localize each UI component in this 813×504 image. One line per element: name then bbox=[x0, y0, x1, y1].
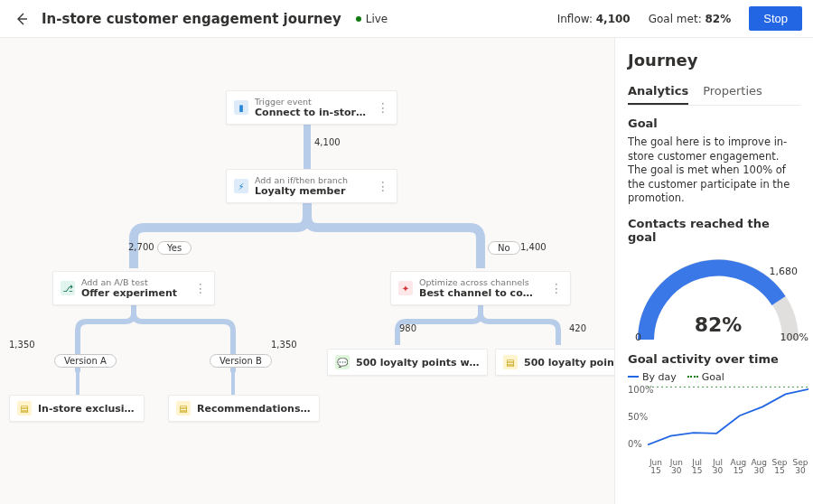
gauge-percent: 82% bbox=[695, 313, 743, 336]
sidebar: Journey Analytics Properties Goal The go… bbox=[614, 38, 813, 504]
optimize-icon: ✦ bbox=[398, 281, 413, 295]
pill-version-b: Version B bbox=[210, 354, 272, 368]
header: In-store customer engagement journey Liv… bbox=[0, 0, 813, 38]
node-opt-more-icon[interactable]: ⋮ bbox=[547, 282, 563, 294]
node-leaf-c[interactable]: 💬 500 loyalty points with sign-up bbox=[327, 349, 488, 376]
gauge-max: 100% bbox=[780, 331, 808, 343]
offer-icon: ▤ bbox=[503, 355, 518, 369]
journey-canvas[interactable]: ▮ Trigger eventConnect to in-store Wi-Fi… bbox=[0, 38, 614, 504]
edge-label-trigger-out: 4,100 bbox=[314, 137, 341, 147]
node-leaf-a[interactable]: ▤ In-store exclusive offer bbox=[9, 395, 145, 422]
node-ab-more-icon[interactable]: ⋮ bbox=[191, 282, 207, 294]
activity-heading: Goal activity over time bbox=[628, 352, 800, 366]
arrow-left-icon bbox=[14, 12, 29, 26]
page-title: In-store customer engagement journey bbox=[42, 11, 341, 27]
back-button[interactable] bbox=[11, 8, 33, 30]
node-trigger[interactable]: ▮ Trigger eventConnect to in-store Wi-Fi… bbox=[226, 90, 397, 125]
edge-label-opt-left: 980 bbox=[399, 323, 416, 333]
node-leaf-b[interactable]: ▤ Recommendations just for you bbox=[168, 395, 320, 422]
ab-test-icon: ⎇ bbox=[61, 281, 75, 295]
node-branch[interactable]: ⚡ Add an if/then branchLoyalty member ⋮ bbox=[226, 169, 397, 203]
legend-goal: Goal bbox=[687, 371, 724, 383]
edge-label-no: 1,400 bbox=[520, 242, 547, 252]
goal-met-stat: Goal met: 82% bbox=[649, 13, 732, 25]
node-branch-more-icon[interactable]: ⋮ bbox=[373, 180, 389, 192]
inflow-stat: Inflow: 4,100 bbox=[557, 13, 631, 25]
edge-label-yes: 2,700 bbox=[128, 242, 154, 252]
offer-icon: ▤ bbox=[176, 401, 191, 415]
chat-icon: 💬 bbox=[335, 355, 350, 369]
reached-heading: Contacts reached the goal bbox=[628, 217, 800, 244]
goal-text: The goal here is to improve in-store cus… bbox=[628, 135, 800, 206]
tab-properties[interactable]: Properties bbox=[703, 79, 762, 105]
pill-no: No bbox=[488, 241, 520, 255]
status-badge: Live bbox=[356, 13, 388, 25]
node-trigger-more-icon[interactable]: ⋮ bbox=[373, 101, 389, 114]
trigger-icon: ▮ bbox=[234, 100, 248, 115]
gauge-min: 0 bbox=[635, 331, 641, 343]
tab-analytics[interactable]: Analytics bbox=[628, 79, 688, 105]
dash-swatch-icon bbox=[687, 376, 698, 378]
stop-button[interactable]: Stop bbox=[749, 6, 802, 31]
sidebar-title: Journey bbox=[628, 51, 800, 70]
line-swatch-icon bbox=[628, 376, 639, 378]
edge-label-version-a: 1,350 bbox=[9, 340, 35, 350]
node-ab-test[interactable]: ⎇ Add an A/B testOffer experiment ⋮ bbox=[52, 271, 215, 305]
node-optimize[interactable]: ✦ Optimize across channelsBest channel t… bbox=[390, 271, 571, 305]
goal-heading: Goal bbox=[628, 117, 800, 130]
tabs: Analytics Properties bbox=[628, 79, 800, 106]
legend-byday: By day bbox=[628, 371, 677, 383]
gauge-value: 1,680 bbox=[770, 266, 799, 277]
edge-label-version-b: 1,350 bbox=[271, 340, 297, 350]
chart-legend: By day Goal bbox=[628, 371, 800, 383]
branch-icon: ⚡ bbox=[234, 179, 248, 193]
pill-version-a: Version A bbox=[54, 354, 117, 368]
gauge-chart: 82% 1,680 0 100% bbox=[628, 249, 808, 349]
edge-label-opt-right: 420 bbox=[569, 323, 586, 333]
node-leaf-d[interactable]: ▤ 500 loyalty points with sign-up bbox=[495, 349, 614, 376]
status-dot-icon bbox=[356, 16, 361, 22]
status-text: Live bbox=[366, 13, 388, 25]
line-chart: 100% 50% 0% Jun15Jun30Jul15Jul30Aug15Aug… bbox=[628, 385, 808, 475]
pill-yes: Yes bbox=[157, 241, 192, 255]
offer-icon: ▤ bbox=[17, 401, 32, 415]
